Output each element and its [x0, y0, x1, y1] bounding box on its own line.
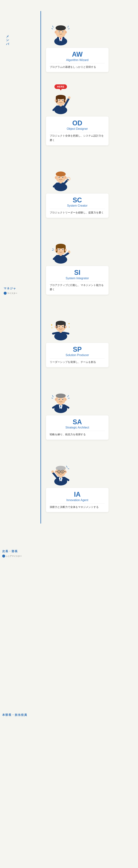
side-label-manager: マネジャ マイスター	[4, 287, 17, 294]
svg-point-63	[62, 249, 63, 250]
label-bucho: 次長・部長	[2, 550, 18, 553]
svg-point-98	[59, 399, 60, 400]
avatar-sc	[46, 164, 76, 193]
side-label-member: メンバ	[5, 33, 9, 45]
page-container: メンバ マネジャ マイスター 次長・部長 シニアマイスター 本部長・担当役員	[0, 0, 138, 534]
card-title-si: System Integrator	[50, 277, 105, 280]
card-sc: SC System Creator プロジェクトリーダーを経験し、提案力を磨く	[46, 193, 109, 218]
svg-point-94	[55, 398, 57, 401]
svg-line-14	[52, 29, 53, 29]
card-desc-ia: 洞察力と決断力で全体をマネジメントする	[50, 503, 105, 509]
svg-text:✦: ✦	[51, 327, 53, 329]
svg-point-42	[55, 176, 57, 179]
card-code-aw: AW	[50, 51, 105, 58]
bucho-icon	[2, 555, 5, 558]
svg-point-41	[56, 172, 65, 175]
svg-point-31	[59, 100, 60, 101]
member-block-si: SI System Integrator プロアクティブに行動し、マネジメント能…	[0, 225, 138, 297]
card-desc-si: プロアクティブに行動し、マネジメント能力を磨く	[50, 281, 105, 292]
svg-point-95	[65, 398, 66, 401]
svg-point-47	[62, 177, 63, 178]
avatar-sp-svg: ✦ ✦ ✦ ✦	[48, 315, 74, 341]
svg-point-12	[62, 31, 63, 32]
card-title-sa: Strategic Architect	[50, 426, 105, 429]
svg-point-8	[65, 31, 67, 33]
member-block-aw: AW Algorithm Wizard プログラムの基礎をしっかりと習得する	[0, 7, 138, 74]
svg-text:✦: ✦	[68, 322, 70, 325]
avatar-aw-svg	[48, 20, 74, 46]
card-code-sp: SP	[50, 346, 105, 353]
svg-point-58	[55, 249, 57, 251]
svg-point-79	[59, 326, 60, 327]
svg-point-115	[65, 471, 66, 473]
svg-point-32	[62, 100, 63, 101]
avatar-sa-svg	[48, 388, 74, 413]
card-desc-aw: プログラムの基礎をしっかりと習得する	[50, 63, 105, 69]
here-badge-wrapper: HERE	[54, 84, 67, 89]
here-badge: HERE	[54, 84, 67, 89]
manager-sub-text: マイスター	[7, 292, 17, 294]
svg-line-124	[68, 469, 69, 469]
svg-line-69	[53, 333, 57, 334]
card-desc-od: プロジェクト全体を把握し、システム設計力を磨く	[50, 132, 105, 143]
card-code-sc: SC	[50, 196, 105, 204]
card-title-sc: System Creator	[50, 204, 105, 207]
svg-point-114	[55, 471, 57, 473]
avatar-si	[46, 237, 76, 266]
card-si: SI System Integrator プロアクティブに行動し、マネジメント能…	[46, 266, 109, 294]
svg-line-102	[67, 395, 68, 397]
card-code-od: OD	[50, 120, 105, 127]
svg-point-62	[59, 249, 60, 250]
svg-point-27	[55, 99, 57, 102]
card-title-aw: Algorithm Wizard	[50, 58, 105, 62]
svg-line-64	[52, 249, 54, 249]
svg-line-15	[68, 26, 68, 28]
label-manager-sub: マイスター	[4, 292, 17, 294]
svg-line-16	[68, 29, 70, 29]
svg-point-80	[62, 326, 63, 327]
card-ia: IA Innovation Agent 洞察力と決断力で全体をマネジメントする	[46, 488, 109, 512]
card-code-si: SI	[50, 269, 105, 276]
card-sa: SA Strategic Architect 戦略を練り、統括力を発揮する	[46, 415, 109, 440]
card-aw: AW Algorithm Wizard プログラムの基礎をしっかりと習得する	[46, 48, 109, 72]
svg-point-28	[65, 99, 66, 102]
avatar-ia-svg	[48, 460, 74, 486]
card-desc-sc: プロジェクトリーダーを経験し、提案力を磨く	[50, 209, 105, 215]
svg-line-123	[66, 466, 67, 468]
svg-point-93	[56, 394, 66, 398]
member-block-sp: ✦ ✦ ✦ ✦ SP Solution Producer リーダーシップを発揮し…	[0, 302, 138, 369]
card-desc-sa: 戦略を練り、統括力を発揮する	[50, 431, 105, 437]
svg-line-101	[52, 398, 53, 398]
label-bucho-sub: シニアマイスター	[2, 555, 22, 558]
svg-point-11	[59, 31, 60, 32]
avatar-sc-svg	[48, 166, 74, 192]
card-sp: SP Solution Producer リーダーシップを発揮し、チームを創る	[46, 343, 109, 367]
svg-point-6	[56, 25, 66, 31]
manager-icon	[4, 292, 7, 294]
avatar-si-svg	[48, 239, 74, 264]
here-badge-arrow	[59, 89, 62, 90]
card-title-sp: Solution Producer	[50, 353, 105, 357]
label-member: メンバ	[5, 33, 9, 44]
label-manager: マネジャ	[4, 287, 16, 290]
svg-line-100	[52, 395, 53, 397]
side-label-bucho: 次長・部長 シニアマイスター	[2, 550, 22, 558]
svg-line-68	[64, 333, 68, 334]
svg-line-13	[52, 26, 53, 28]
card-code-sa: SA	[50, 418, 105, 426]
card-code-ia: IA	[50, 491, 105, 498]
svg-point-76	[65, 326, 66, 328]
svg-point-121	[59, 471, 60, 472]
avatar-od-svg	[48, 89, 74, 115]
member-block-ia: IA Innovation Agent 洞察力と決断力で全体をマネジメントする	[0, 447, 138, 514]
member-block-od: HERE	[0, 80, 138, 148]
svg-line-50	[64, 253, 68, 256]
member-block-sa: SA Strategic Architect 戦略を練り、統括力を発揮する	[0, 375, 138, 442]
svg-point-75	[55, 326, 57, 328]
svg-point-20	[68, 96, 71, 99]
bucho-sub-text: シニアマイスター	[6, 555, 22, 558]
svg-point-59	[65, 249, 66, 251]
svg-text:✦: ✦	[51, 323, 53, 327]
svg-text:✦: ✦	[68, 326, 70, 328]
svg-point-43	[65, 176, 66, 179]
